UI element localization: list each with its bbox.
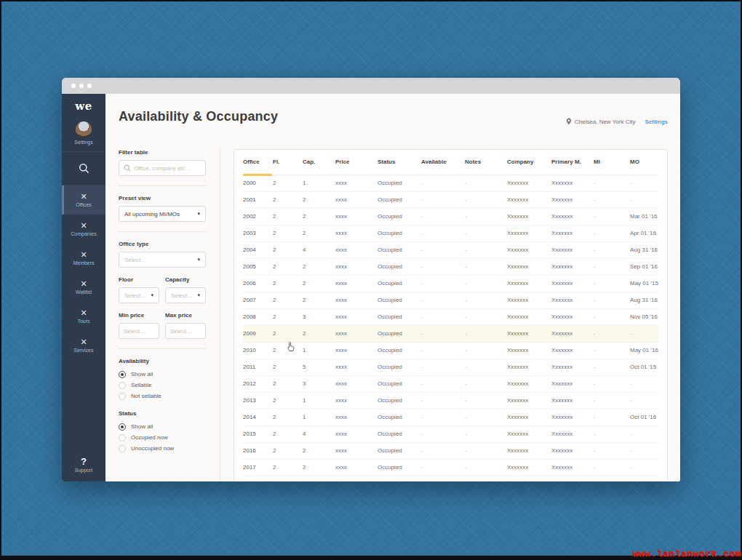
sidebar-item-label: Tours	[77, 319, 89, 324]
table-row[interactable]: 201421xxxxOccupied--XxxxxxxXxxxxxx-Oct 0…	[243, 409, 658, 425]
column-header-status[interactable]: Status	[378, 150, 421, 175]
radio-show-all[interactable]: Show all	[119, 421, 206, 432]
column-header-notes[interactable]: Notes	[465, 150, 507, 175]
sidebar-item-tours[interactable]: ✕Tours	[62, 302, 105, 331]
filter-panel: Filter table Preset view	[119, 149, 206, 481]
radio-label: Show all	[131, 371, 153, 377]
table-row[interactable]: 201321xxxxOccupied--XxxxxxxXxxxxxx--	[243, 392, 658, 409]
cell: Xxxxxxx	[507, 325, 551, 342]
table-row[interactable]: 200823xxxxOccupied--XxxxxxxXxxxxxx-Nov 0…	[243, 308, 658, 325]
status-label: Status	[119, 410, 206, 417]
cell: Occupied	[378, 308, 421, 325]
table-row[interactable]: 200222xxxxOccupied--XxxxxxxXxxxxxx-Mar 0…	[243, 208, 658, 225]
cell: May 01 '15	[630, 275, 658, 292]
cell: xxxx	[335, 208, 378, 225]
column-header-cap[interactable]: Cap.	[303, 150, 335, 175]
column-header-fl[interactable]: Fl.	[273, 150, 303, 175]
profile-menu[interactable]: Settings	[62, 119, 105, 152]
table-row[interactable]: 200922xxxxOccupied--XxxxxxxXxxxxxx--	[243, 325, 658, 342]
office-type-select[interactable]: Select... ▾	[119, 252, 206, 268]
cell: Xxxxxxx	[507, 308, 551, 325]
radio-unoccupied-now[interactable]: Unoccupied now	[119, 443, 206, 454]
filter-search-input[interactable]	[119, 160, 206, 176]
cell: -	[421, 375, 465, 392]
table-row[interactable]: 201524xxxxOccupied--XxxxxxxXxxxxxx--	[243, 425, 658, 442]
table-row[interactable]: 201125xxxxOccupied--XxxxxxxXxxxxxx-Oct 0…	[243, 359, 658, 375]
table-row[interactable]: 200424xxxxOccupied--XxxxxxxXxxxxxx-Aug 3…	[243, 241, 658, 258]
window-control-dot[interactable]	[87, 84, 92, 88]
x-icon: ✕	[80, 309, 87, 317]
sidebar-item-members[interactable]: ✕Members	[62, 244, 105, 273]
column-header-office[interactable]: Office	[243, 150, 273, 175]
preset-view-select[interactable]: All upcoming MI/MOs ▾	[119, 206, 206, 222]
table-row[interactable]: 200021xxxxOccupied--XxxxxxxXxxxxxx--	[243, 175, 658, 191]
floor-select[interactable]: Select... ▾	[119, 287, 159, 303]
cell: Occupied	[378, 241, 421, 258]
table-row[interactable]: 201223xxxxOccupied--XxxxxxxXxxxxxx--	[243, 375, 658, 392]
main-content: Availability & Occupancy Chelsea, New Yo…	[105, 94, 680, 481]
cell: Xxxxxxx	[551, 325, 594, 342]
availability-label: Availability	[119, 358, 206, 364]
cell: 2014	[243, 409, 273, 425]
radio-occupied-now[interactable]: Occupied now	[119, 432, 206, 443]
sidebar-search-button[interactable]	[62, 152, 105, 185]
sidebar-item-offices[interactable]: ✕Offices	[62, 185, 105, 215]
radio-not-sellable[interactable]: Not sellable	[119, 391, 206, 401]
cell: -	[465, 292, 507, 308]
table-row[interactable]: 201722xxxxOccupied--XxxxxxxXxxxxxx--	[243, 459, 658, 476]
cell: 2006	[243, 275, 273, 292]
column-header-mo[interactable]: MO	[630, 150, 658, 175]
cell: Occupied	[378, 359, 421, 375]
cell: -	[594, 191, 630, 208]
cell: Occupied	[378, 325, 421, 342]
cell: 2016	[243, 442, 273, 459]
sidebar-item-companies[interactable]: ✕Companies	[62, 215, 105, 244]
cell: 2013	[243, 392, 273, 409]
sidebar-item-waitlist[interactable]: ✕Waitlist	[62, 273, 105, 302]
window-control-dot[interactable]	[79, 84, 84, 88]
table-row[interactable]: 200322xxxxOccupied--XxxxxxxXxxxxxx-Apr 0…	[243, 225, 658, 241]
cell: Xxxxxxx	[551, 392, 594, 409]
cell: 2009	[243, 325, 273, 342]
column-header-price[interactable]: Price	[335, 150, 378, 175]
sidebar-item-services[interactable]: ✕Services	[62, 331, 105, 360]
table-row[interactable]: 201622xxxxOccupied--XxxxxxxXxxxxxx--	[243, 442, 658, 459]
cell: 1	[303, 342, 335, 359]
cell: -	[421, 325, 465, 342]
cell: 2017	[243, 459, 273, 476]
capacity-select[interactable]: Select... ▾	[165, 287, 206, 303]
mouse-cursor-icon	[286, 341, 296, 353]
location-settings-link[interactable]: Settings	[645, 119, 668, 125]
cell: 3	[303, 375, 335, 392]
cell: Xxxxxxx	[507, 258, 551, 275]
cell: -	[465, 308, 507, 325]
min-price-input[interactable]	[119, 323, 159, 339]
column-header-mi[interactable]: MI	[594, 150, 630, 175]
cell: Xxxxxxx	[551, 359, 594, 375]
table-row[interactable]: 200722xxxxOccupied--XxxxxxxXxxxxxx-Aug 3…	[243, 292, 658, 308]
table-row[interactable]: 200622xxxxOccupied--XxxxxxxXxxxxxx-May 0…	[243, 275, 658, 292]
max-price-input[interactable]	[165, 323, 206, 339]
column-header-available[interactable]: Available	[421, 150, 465, 175]
cell: 2	[273, 392, 303, 409]
window-control-dot[interactable]	[71, 84, 76, 88]
occupancy-table: OfficeFl.Cap.PriceStatusAvailableNotesCo…	[243, 150, 658, 476]
caret-down-icon: ▾	[197, 211, 200, 217]
table-row[interactable]: 200522xxxxOccupied--XxxxxxxXxxxxxx-Sep 0…	[243, 258, 658, 275]
radio-show-all[interactable]: Show all	[119, 369, 206, 380]
cell: -	[630, 325, 658, 342]
cell: -	[594, 409, 630, 425]
column-header-company[interactable]: Company	[507, 150, 551, 175]
cell: Xxxxxxx	[507, 191, 551, 208]
cell: -	[421, 258, 465, 275]
cell: -	[630, 459, 658, 476]
cell: Xxxxxxx	[507, 175, 551, 191]
cell: 2	[273, 442, 303, 459]
cell: 2005	[243, 258, 273, 275]
column-header-primary-m[interactable]: Primary M.	[551, 150, 594, 175]
sidebar-item-support[interactable]: ? Support	[62, 456, 105, 481]
radio-sellable[interactable]: Sellable	[119, 380, 206, 391]
table-row[interactable]: 201021xxxxOccupied--XxxxxxxXxxxxxx-May 0…	[243, 342, 658, 359]
cell: xxxx	[335, 392, 378, 409]
table-row[interactable]: 200122xxxxOccupied--XxxxxxxXxxxxxx--	[243, 191, 658, 208]
